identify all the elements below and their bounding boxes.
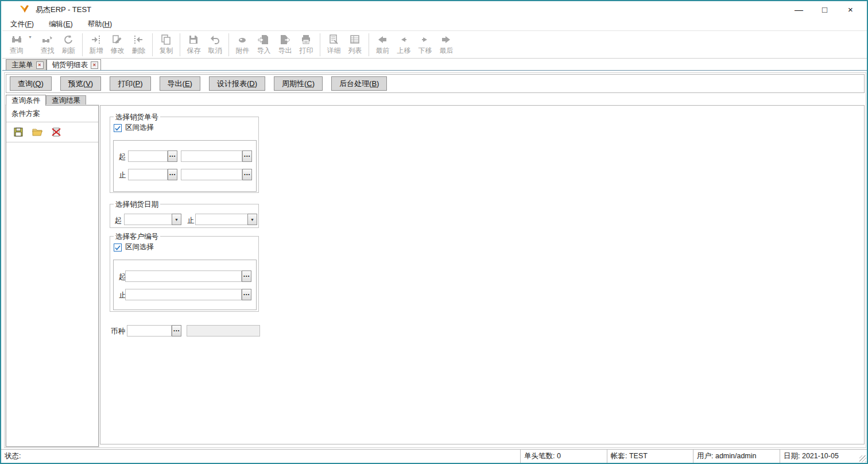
subtab-query-result[interactable]: 查询结果 xyxy=(46,95,86,106)
query-subtabs: 查询条件查询结果 xyxy=(6,95,86,106)
menu-edit[interactable]: 编辑(E) xyxy=(48,18,74,30)
resize-grip[interactable] xyxy=(859,455,866,462)
toolbar-item-detail[interactable]: 详细 xyxy=(323,34,344,56)
periodic-button[interactable]: 周期性(C) xyxy=(274,76,323,91)
sales-no-from-name-lookup-button[interactable]: … xyxy=(242,150,252,162)
chevron-down-icon: ▼ xyxy=(175,218,179,222)
toolbar-item-move-up[interactable]: 上移 xyxy=(393,34,414,56)
currency-label: 币种 xyxy=(111,327,125,337)
toolbar-item-attachment[interactable]: 附件 xyxy=(232,34,253,56)
currency-row: 币种 … xyxy=(100,325,388,338)
toolbar-item-move-down[interactable]: 下移 xyxy=(414,34,436,56)
sales-no-from-input[interactable] xyxy=(128,150,168,162)
delete-scheme-icon[interactable] xyxy=(51,126,62,138)
query-condition-panel: 选择销货单号 区间选择 起 … … 止 … … 选择销货日期 xyxy=(100,105,865,444)
toolbar-item-find[interactable]: 查找 xyxy=(37,34,58,56)
undo-icon xyxy=(209,34,220,45)
sales-no-to-lookup-button[interactable]: … xyxy=(168,169,177,180)
toolbar-item-add[interactable]: 新增 xyxy=(86,34,107,56)
document-tabstrip: 主菜单×销货明细表× xyxy=(2,59,867,71)
maximize-button[interactable]: □ xyxy=(812,1,838,18)
toolbar-item-cancel[interactable]: 取消 xyxy=(204,34,226,56)
tab-close-icon[interactable]: × xyxy=(36,61,44,69)
sales-no-to-name-lookup-button[interactable]: … xyxy=(242,169,252,180)
tab-sales-detail-report[interactable]: 销货明细表× xyxy=(46,59,102,70)
ellipsis-icon: … xyxy=(169,171,176,175)
status-account-set: 帐套: TEST xyxy=(607,450,693,463)
checkbox-checked-icon[interactable] xyxy=(114,243,122,252)
toolbar-item-delete[interactable]: 删除 xyxy=(128,34,149,56)
minimize-button[interactable]: — xyxy=(786,1,812,18)
toolbar-item-label: 复制 xyxy=(159,46,173,56)
toolbar-item-label: 导入 xyxy=(257,46,270,56)
chevron-down-icon[interactable]: ▼ xyxy=(28,35,32,39)
toolbar-item-label: 打印 xyxy=(299,46,313,56)
save-scheme-icon[interactable] xyxy=(13,126,24,138)
app-logo-icon xyxy=(18,4,30,16)
customer-no-to-lookup-button[interactable]: … xyxy=(242,289,251,300)
next-record-icon xyxy=(419,34,431,45)
background-process-button[interactable]: 后台处理(B) xyxy=(331,76,387,91)
query-button[interactable]: 查询(Q) xyxy=(10,76,52,91)
sales-no-from-name-input[interactable] xyxy=(181,150,242,162)
toolbar-item-copy[interactable]: 复制 xyxy=(156,34,177,56)
open-scheme-icon[interactable] xyxy=(32,126,43,138)
tab-label: 销货明细表 xyxy=(52,60,88,70)
toolbar-item-last[interactable]: 最后 xyxy=(436,34,457,56)
report-action-bar: 查询(Q)预览(V)打印(P)导出(E)设计报表(D)周期性(C)后台处理(B) xyxy=(6,74,865,93)
customer-no-range-checkbox[interactable]: 区间选择 xyxy=(114,242,154,252)
toolbar-item-list[interactable]: 列表 xyxy=(344,34,366,56)
ellipsis-icon: … xyxy=(173,327,180,331)
toolbar-item-export[interactable]: 导出 xyxy=(274,34,296,56)
first-record-icon xyxy=(377,34,388,45)
sales-no-range-checkbox[interactable]: 区间选择 xyxy=(114,123,154,133)
query-binoculars-icon xyxy=(11,34,22,45)
app-window: 易杰ERP - TEST —□× 文件(F)编辑(E)帮助(H) 查询▼查找刷新… xyxy=(0,0,868,464)
currency-code-input[interactable] xyxy=(127,325,172,337)
checkbox-checked-icon[interactable] xyxy=(114,124,122,132)
menu-help[interactable]: 帮助(H) xyxy=(87,18,113,30)
toolbar-item-refresh[interactable]: 刷新 xyxy=(58,34,79,56)
toolbar-item-label: 取消 xyxy=(208,46,222,56)
toolbar-item-print[interactable]: 打印 xyxy=(296,34,317,56)
toolbar-item-label: 附件 xyxy=(235,46,249,56)
toolbar-item-label: 保存 xyxy=(187,46,200,56)
last-record-icon xyxy=(440,34,452,45)
toolbar-item-label: 查找 xyxy=(40,46,54,56)
tab-main-menu[interactable]: 主菜单× xyxy=(6,59,46,70)
toolbar-item-query[interactable]: 查询 xyxy=(6,34,27,56)
attachment-icon xyxy=(237,34,248,45)
statusbar: 状态:单头笔数: 0帐套: TEST用户: admin/admin日期: 202… xyxy=(1,449,867,463)
preview-button[interactable]: 预览(V) xyxy=(60,76,101,91)
customer-no-to-input[interactable] xyxy=(125,289,242,300)
group-sales-order-no: 选择销货单号 区间选择 起 … … 止 … … xyxy=(110,117,259,193)
toolbar-item-label: 最前 xyxy=(375,46,389,56)
toolbar-item-label: 列表 xyxy=(348,46,362,56)
delete-record-icon xyxy=(133,34,144,45)
condition-scheme-panel: 条件方案 xyxy=(6,105,99,447)
customer-no-from-lookup-button[interactable]: … xyxy=(242,270,251,282)
sales-no-from-lookup-button[interactable]: … xyxy=(168,150,177,162)
titlebar: 易杰ERP - TEST —□× xyxy=(2,1,867,18)
subtab-query-condition[interactable]: 查询条件 xyxy=(6,95,46,106)
currency-lookup-button[interactable]: … xyxy=(172,325,181,337)
export-button[interactable]: 导出(E) xyxy=(160,76,200,91)
tab-close-icon[interactable]: × xyxy=(91,61,98,69)
toolbar-item-modify[interactable]: 修改 xyxy=(107,34,128,56)
toolbar-item-save[interactable]: 保存 xyxy=(183,34,204,56)
sales-date-to-dropdown-button[interactable]: ▼ xyxy=(247,214,257,225)
modify-record-icon xyxy=(111,34,123,45)
toolbar-separator xyxy=(228,33,229,56)
customer-no-from-input[interactable] xyxy=(125,270,242,282)
sales-date-from-dropdown-button[interactable]: ▼ xyxy=(172,214,181,225)
print-icon xyxy=(300,34,312,45)
toolbar-item-import[interactable]: 导入 xyxy=(253,34,274,56)
sales-no-to-input[interactable] xyxy=(128,169,168,180)
close-button[interactable]: × xyxy=(838,1,863,18)
sales-no-to-name-input[interactable] xyxy=(181,169,242,180)
import-icon xyxy=(258,34,269,45)
toolbar-item-first[interactable]: 最前 xyxy=(372,34,393,56)
print-button[interactable]: 打印(P) xyxy=(110,76,150,91)
menu-file[interactable]: 文件(F) xyxy=(9,18,35,30)
design-report-button[interactable]: 设计报表(D) xyxy=(209,76,265,91)
